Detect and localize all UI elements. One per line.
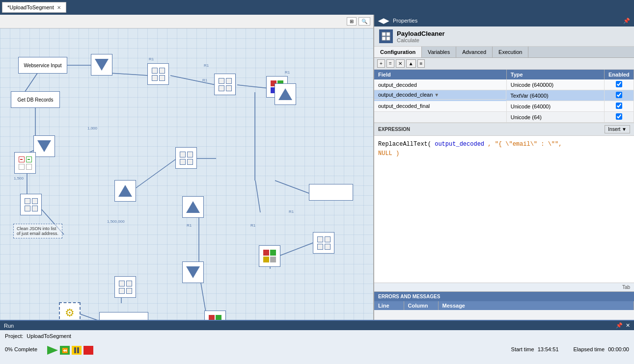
node-create-segment[interactable] [309,184,353,201]
expr-string-1: , "{ \"email\" : \"", [484,141,562,148]
insert-button[interactable]: Insert ▼ [605,125,630,133]
webservice-label: Webservice Input [24,63,61,68]
node-grid4-3[interactable] [20,194,42,215]
node-triangle-down-3[interactable] [182,261,204,283]
node-triangle-down-2[interactable] [33,135,55,157]
enabled-cell[interactable] [605,79,634,90]
enabled-cell[interactable] [605,101,634,112]
getdb-label: Get DB Records [18,97,54,103]
props-title-block: PayloadCleaner Calculate [397,30,445,43]
node-dot-grid[interactable] [14,152,36,174]
props-icon [379,29,393,43]
expression-content[interactable]: ReplaceAllText( output_decoded , "{ \"em… [374,136,634,283]
node-grid4-5[interactable] [313,232,334,254]
node-grid4-2[interactable] [214,74,236,95]
node-triangle-down-1[interactable] [91,54,112,76]
connector-label-3: R1 [285,70,290,75]
node-grid4-6[interactable] [114,276,136,298]
props-header: ◀▶ Properties 📌 [374,15,634,26]
enabled-cell[interactable] [605,112,634,123]
props-tabs: Configuration Variables Advanced Executi… [374,47,634,58]
stop-button[interactable] [83,346,93,355]
node-triangle-up-2[interactable] [114,180,136,202]
node-gear[interactable]: ⚙ [59,302,81,320]
props-header-label: Properties [393,18,417,24]
expression-label: EXPRESSION Insert ▼ [374,123,634,136]
svg-rect-31 [382,37,386,40]
play-button[interactable] [47,346,58,355]
search-canvas-button[interactable]: 🔍 [358,17,370,26]
enabled-cell[interactable] [605,90,634,101]
node-triangle-up-3[interactable] [182,196,204,218]
node-triangle-up-1[interactable] [275,83,296,105]
tab-bar: *UploadToSegment ✕ [0,0,634,15]
tab-variables[interactable]: Variables [422,47,456,57]
run-status-row: 0% Complete ⏪ Start time 13:54:51 Elapse… [0,342,634,357]
node-get-file-drop-url[interactable] [99,312,148,320]
svg-line-10 [133,158,177,190]
table-row[interactable]: Unicode (64) [374,112,634,123]
tab-configuration[interactable]: Configuration [374,47,422,57]
svg-text:1,000: 1,000 [87,126,98,130]
tab-label-bottom: Tab [374,283,634,291]
errors-label: ERRORS AND MESSAGES [374,292,634,301]
props-toolbar: + = ✕ ▲ ≡ [374,58,634,70]
pause-button[interactable] [72,346,82,355]
tab-close-icon[interactable]: ✕ [57,5,61,10]
run-project-line: Project: UploadToSegment [0,330,634,342]
move-up-button[interactable]: ▲ [406,59,416,68]
node-grid4-1[interactable] [147,63,169,85]
error-row-empty [374,310,634,320]
add-row-button[interactable]: + [377,59,385,68]
connector-label-2: R1 [204,63,209,68]
col-message: Message [438,301,634,310]
type-cell: Unicode (640000) [506,79,604,90]
table-row[interactable]: output_decoded_final Unicode (64000) [374,101,634,112]
node-color-grid-3[interactable] [204,311,226,320]
close-run-icon[interactable]: ✕ [626,322,630,329]
svg-text:R1: R1 [187,223,192,228]
node-webservice-input[interactable]: Webservice Input [18,57,67,74]
svg-text:1,500: 1,500 [14,176,24,181]
properties-panel: ◀▶ Properties 📌 PayloadCleaner Calculate… [374,15,634,320]
type-cell: Unicode (64000) [506,101,604,112]
elapsed-label: Elapsed time 00:00:00 [574,346,629,352]
run-header-controls: 📌 ✕ [616,322,630,329]
tab-upload-to-segment[interactable]: *UploadToSegment ✕ [2,2,66,13]
node-get-db-records[interactable]: Get DB Records [11,91,60,108]
table-row[interactable]: output_decoded_clean ▼ TextVar (64000) [374,90,634,101]
node-grid4-4[interactable] [175,147,197,169]
tab-advanced[interactable]: Advanced [456,47,493,57]
start-time-label: Start time 13:54:51 [511,346,559,352]
svg-line-12 [255,181,260,212]
dock-icon[interactable]: 📌 [616,322,623,329]
enabled-checkbox[interactable] [616,81,622,87]
col-header-type: Type [506,70,604,79]
edit-row-button[interactable]: = [386,59,394,68]
svg-rect-29 [382,32,386,36]
rewind-button[interactable]: ⏪ [60,346,70,355]
props-title-area: PayloadCleaner Calculate [374,26,634,47]
main-area: ⊞ 🔍 [0,15,634,320]
fit-canvas-button[interactable]: ⊞ [347,17,357,26]
props-field-table: Field Type Enabled output_decoded Unicod… [374,70,634,123]
node-color-grid-2[interactable] [259,245,280,267]
canvas-toolbar: ⊞ 🔍 [0,15,373,28]
field-cell: output_decoded [374,79,506,90]
svg-line-3 [170,76,216,85]
dropdown-icon[interactable]: ▼ [434,92,439,98]
run-controls: ⏪ [47,346,93,355]
progress-text: 0% Complete [5,346,37,352]
enabled-checkbox-4[interactable] [616,113,622,120]
connector-label-1: R1 [149,57,154,61]
enabled-checkbox-3[interactable] [616,103,622,109]
enabled-checkbox-2[interactable] [616,92,622,98]
canvas-area[interactable]: R1 R1 R1 R1 R1 1,000 1,500 1,500,000 Web… [0,28,373,320]
table-row[interactable]: output_decoded Unicode (640000) [374,79,634,90]
props-pin-icon[interactable]: 📌 [623,18,630,24]
tab-execution[interactable]: Execution [493,47,528,57]
delete-row-button[interactable]: ✕ [396,59,405,68]
svg-line-13 [275,181,310,194]
sort-button[interactable]: ≡ [417,59,425,68]
col-line: Line [374,301,404,310]
